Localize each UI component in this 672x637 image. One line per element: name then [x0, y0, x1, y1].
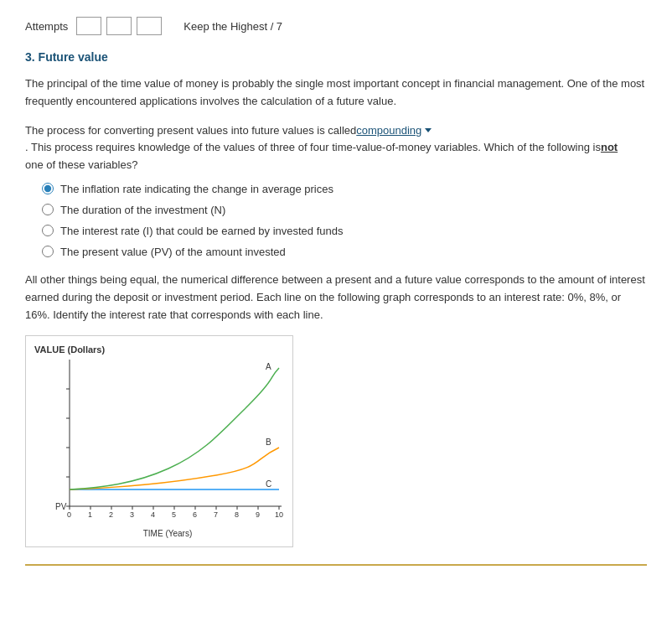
graph-section: All other things being equal, the numeri… [25, 272, 647, 547]
svg-text:0: 0 [67, 510, 71, 519]
svg-text:3: 3 [130, 510, 134, 519]
radio-option-3[interactable]: The interest rate (I) that could be earn… [42, 225, 647, 237]
radio-label-2: The duration of the investment (N) [60, 204, 225, 216]
svg-text:6: 6 [193, 510, 197, 519]
process-paragraph: The process for converting present value… [25, 122, 647, 174]
radio-option-1[interactable]: The inflation rate indicating the change… [42, 183, 647, 195]
radio-options: The inflation rate indicating the change… [42, 183, 647, 258]
dropdown-arrow-icon [425, 128, 432, 132]
curve-a [70, 368, 279, 489]
question-title: 3. Future value [25, 50, 647, 64]
keep-highest-label: Keep the Highest / 7 [184, 20, 282, 33]
radio-option-4[interactable]: The present value (PV) of the amount inv… [42, 246, 647, 258]
curve-b-label: B [266, 438, 271, 447]
curve-a-label: A [266, 362, 271, 371]
curve-c-label: C [266, 479, 271, 489]
radio-option-2[interactable]: The duration of the investment (N) [42, 204, 647, 216]
radio-label-3: The interest rate (I) that could be earn… [60, 225, 343, 237]
graph-container: VALUE (Dollars) PV [25, 335, 293, 547]
radio-input-4[interactable] [42, 246, 54, 257]
svg-text:8: 8 [235, 510, 239, 519]
compounding-dropdown[interactable]: compounding [356, 122, 432, 140]
attempt-box-3[interactable] [137, 17, 162, 35]
attempts-label: Attempts [25, 20, 68, 33]
graph-paragraph: All other things being equal, the numeri… [25, 272, 647, 324]
radio-label-1: The inflation rate indicating the change… [60, 183, 333, 195]
svg-text:1: 1 [88, 510, 92, 519]
pv-label: PV [55, 502, 67, 511]
svg-text:7: 7 [214, 510, 218, 519]
attempts-bar: Attempts Keep the Highest / 7 [25, 17, 647, 35]
radio-label-4: The present value (PV) of the amount inv… [60, 246, 286, 258]
radio-input-3[interactable] [42, 225, 54, 236]
chart-svg: PV 0 1 2 3 4 5 6 [51, 360, 286, 527]
svg-text:2: 2 [109, 510, 113, 519]
curve-b [70, 448, 279, 489]
svg-text:4: 4 [151, 510, 155, 519]
x-axis-label: TIME (Years) [51, 529, 284, 538]
radio-input-1[interactable] [42, 183, 54, 194]
svg-text:5: 5 [172, 510, 176, 519]
graph-title: VALUE (Dollars) [34, 344, 284, 355]
intro-paragraph: The principal of the time value of money… [25, 75, 647, 111]
attempt-box-2[interactable] [106, 17, 132, 35]
chart-area: PV 0 1 2 3 4 5 6 [51, 360, 286, 527]
bottom-divider [25, 564, 647, 566]
svg-text:10: 10 [275, 510, 283, 519]
svg-text:9: 9 [256, 510, 260, 519]
attempt-box-1[interactable] [76, 17, 101, 35]
radio-input-2[interactable] [42, 204, 54, 215]
